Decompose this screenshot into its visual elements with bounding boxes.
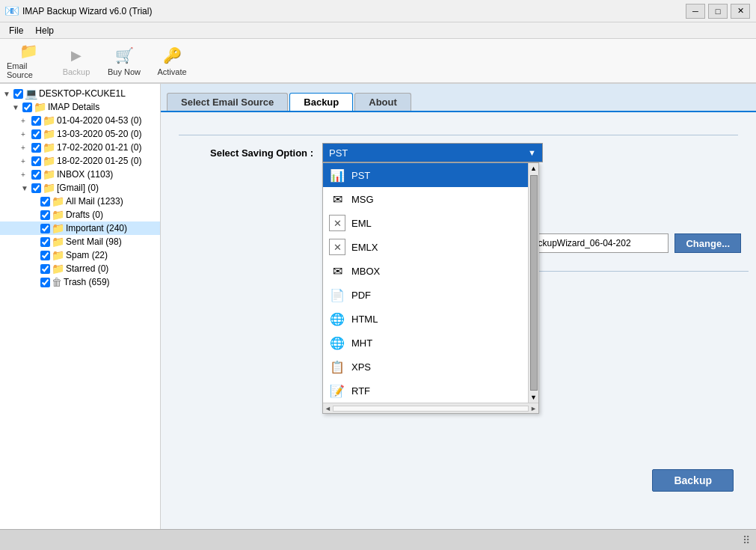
dropdown-item-eml[interactable]: ✕ EML (323, 211, 528, 235)
restore-button[interactable]: □ (708, 4, 728, 19)
saving-option-control: PST ▼ 📊 PST (322, 143, 738, 162)
dropdown-item-pst[interactable]: 📊 PST (323, 163, 528, 187)
checkbox-13[interactable] (31, 129, 41, 139)
dropdown-item-msg[interactable]: ✉ MSG (323, 187, 528, 211)
sidebar-label-inbox: INBOX (1103) (57, 169, 113, 180)
dropdown-item-pdf[interactable]: 📄 PDF (323, 283, 528, 307)
tab-about[interactable]: About (354, 93, 411, 111)
activate-button[interactable]: 🔑 Activate (150, 41, 194, 80)
checkbox-drafts[interactable] (40, 210, 50, 220)
dropdown-label-pdf: PDF (351, 290, 371, 301)
sidebar-label-sent-mail: Sent Mail (98) (66, 236, 122, 247)
dropdown-item-rtf[interactable]: 📝 RTF (323, 379, 528, 403)
tree-expand-root[interactable]: ▼ (3, 90, 12, 98)
sidebar-item-spam[interactable]: + 📁 Spam (22) (0, 248, 160, 262)
sidebar-label-trash: Trash (659) (64, 277, 110, 287)
tab-select-email-source-label: Select Email Source (181, 97, 274, 108)
important-icon: 📁 (52, 222, 64, 234)
tree-expand-13[interactable]: + (21, 130, 30, 138)
sidebar-item-folder17[interactable]: + 📁 17-02-2020 01-21 (0) (0, 141, 160, 154)
sidebar-item-sent-mail[interactable]: + 📁 Sent Mail (98) (0, 235, 160, 248)
hscroll-left-btn[interactable]: ◄ (325, 405, 331, 412)
toolbar: 📁 Email Source ▶ Backup 🛒 Buy Now 🔑 Acti… (0, 39, 756, 84)
menu-help[interactable]: Help (29, 24, 60, 37)
saving-option-dropdown[interactable]: PST ▼ 📊 PST (322, 143, 543, 162)
dropdown-item-xps[interactable]: 📋 XPS (323, 355, 528, 379)
checkbox-inbox[interactable] (31, 170, 41, 180)
checkbox-17[interactable] (31, 143, 41, 153)
sidebar-item-all-mail[interactable]: + 📁 All Mail (1233) (0, 195, 160, 208)
sidebar-item-important[interactable]: + 📁 Important (240) (0, 221, 160, 235)
sidebar-item-root[interactable]: ▼ 💻 DESKTOP-KCUKE1L (0, 87, 160, 100)
checkbox-gmail[interactable] (31, 183, 41, 193)
dropdown-hscrollbar[interactable]: ◄ ► (323, 403, 538, 413)
tree-expand-01[interactable]: + (21, 117, 30, 125)
dropdown-vscrollbar[interactable]: ▲ ▼ (528, 163, 538, 403)
dropdown-item-emlx[interactable]: ✕ EMLX (323, 235, 528, 259)
backup-toolbar-label: Backup (63, 67, 90, 76)
close-button[interactable]: ✕ (731, 4, 750, 19)
dropdown-list: 📊 PST ✉ MSG ✕ EML (322, 162, 539, 414)
sidebar-item-folder01[interactable]: + 📁 01-04-2020 04-53 (0) (0, 114, 160, 127)
emlx-icon: ✕ (329, 239, 345, 255)
backup-button[interactable]: Backup (652, 469, 734, 492)
checkbox-spam[interactable] (40, 251, 50, 260)
msg-icon: ✉ (329, 191, 345, 207)
sidebar-item-folder18[interactable]: + 📁 18-02-2020 01-25 (0) (0, 154, 160, 168)
checkbox-all-mail[interactable] (40, 197, 50, 207)
tree-expand-17[interactable]: + (21, 144, 30, 152)
change-button[interactable]: Change... (674, 233, 741, 253)
dropdown-label-mht: MHT (351, 337, 372, 349)
checkbox-imap[interactable] (22, 103, 32, 112)
buy-now-icon: 🛒 (114, 45, 135, 66)
rtf-icon: 📝 (329, 382, 345, 399)
buy-now-button[interactable]: 🛒 Buy Now (102, 41, 147, 80)
dropdown-selected-value[interactable]: PST ▼ (322, 143, 543, 162)
sent-mail-icon: 📁 (52, 236, 64, 248)
sidebar-item-gmail[interactable]: ▼ 📁 [Gmail] (0) (0, 181, 160, 195)
dropdown-item-mbox[interactable]: ✉ MBOX (323, 259, 528, 283)
activate-icon: 🔑 (162, 45, 182, 66)
sidebar-item-folder13[interactable]: + 📁 13-03-2020 05-20 (0) (0, 127, 160, 141)
dropdown-label-msg: MSG (351, 194, 374, 205)
hscroll-track[interactable] (333, 406, 529, 412)
tree-expand-18[interactable]: + (21, 157, 30, 165)
sidebar-label-important: Important (240) (66, 223, 127, 233)
hscroll-right-btn[interactable]: ► (530, 405, 537, 412)
tree-expand-gmail[interactable]: ▼ (21, 184, 30, 192)
menu-file[interactable]: File (3, 24, 29, 37)
checkbox-root[interactable] (13, 89, 23, 99)
email-source-button[interactable]: 📁 Email Source (6, 41, 51, 80)
checkbox-starred[interactable] (40, 264, 50, 274)
tree-expand-imap[interactable]: ▼ (12, 103, 21, 111)
backup-toolbar-button[interactable]: ▶ Backup (54, 41, 99, 80)
sidebar-item-trash[interactable]: + 🗑 Trash (659) (0, 275, 160, 289)
dropdown-item-mht[interactable]: 🌐 MHT (323, 331, 528, 355)
destination-path-input[interactable] (534, 233, 669, 253)
backup-icon: ▶ (66, 45, 87, 66)
tab-select-email-source[interactable]: Select Email Source (167, 93, 288, 111)
buy-now-label: Buy Now (108, 67, 141, 76)
email-source-icon: 📁 (18, 42, 39, 60)
minimize-button[interactable]: ─ (686, 4, 705, 19)
folder-01-icon: 📁 (43, 114, 55, 126)
sidebar-item-imap[interactable]: ▼ 📁 IMAP Details (0, 100, 160, 114)
dropdown-label-html: HTML (351, 314, 378, 325)
sidebar-item-drafts[interactable]: + 📁 Drafts (0) (0, 208, 160, 221)
drafts-icon: 📁 (52, 209, 64, 221)
tree-expand-inbox[interactable]: + (21, 171, 30, 179)
dropdown-item-html[interactable]: 🌐 HTML (323, 307, 528, 331)
sidebar-item-inbox[interactable]: + 📁 INBOX (1103) (0, 168, 160, 181)
title-bar: 📧 IMAP Backup Wizard v6.0 (Trial) ─ □ ✕ (0, 0, 756, 22)
sidebar-label-13: 13-03-2020 05-20 (0) (57, 129, 141, 139)
checkbox-important[interactable] (40, 224, 50, 233)
mbox-icon: ✉ (329, 263, 345, 279)
dropdown-label-emlx: EMLX (351, 242, 378, 253)
sidebar-item-starred[interactable]: + 📁 Starred (0) (0, 262, 160, 275)
checkbox-sent-mail[interactable] (40, 237, 50, 247)
checkbox-01[interactable] (31, 116, 41, 126)
trash-icon: 🗑 (52, 276, 62, 288)
checkbox-18[interactable] (31, 156, 41, 166)
tab-backup[interactable]: Backup (289, 93, 353, 111)
checkbox-trash[interactable] (40, 278, 50, 287)
